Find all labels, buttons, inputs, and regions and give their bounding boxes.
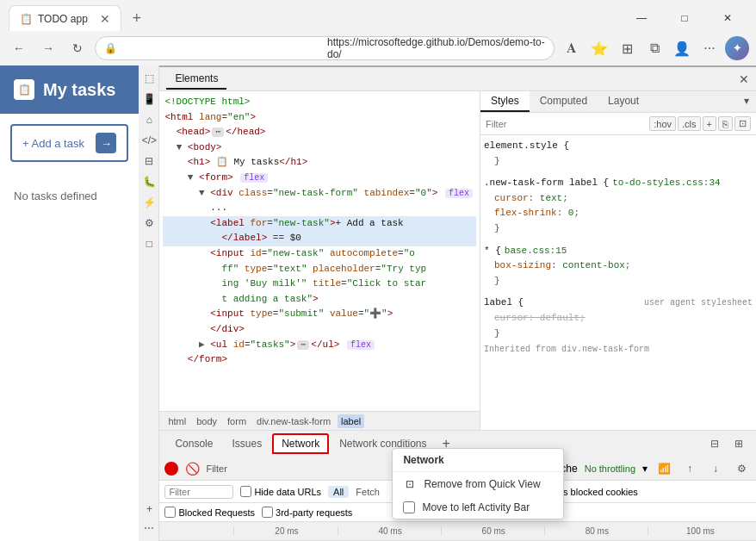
minimize-button[interactable]: —: [622, 5, 661, 31]
split-screen-button[interactable]: ⧉: [642, 36, 666, 60]
tab-computed[interactable]: Computed: [530, 91, 598, 112]
tab-dock-button[interactable]: ⊟: [704, 433, 725, 454]
css-rule-header: * { base.css:15: [484, 244, 753, 259]
app-logo: 📋: [14, 79, 34, 100]
timeline-tick-80: 80 ms: [544, 526, 648, 536]
devtools-home-icon[interactable]: ⌂: [139, 110, 158, 129]
timeline-tick-40: 40 ms: [338, 526, 441, 536]
css-source-link[interactable]: to-do-styles.css:34: [612, 176, 720, 191]
third-party-input[interactable]: [262, 507, 273, 518]
styles-content: element.style { } .new-task-form label {…: [480, 135, 756, 430]
hide-data-urls-checkbox[interactable]: Hide data URLs: [240, 486, 321, 497]
devtools-performance-icon[interactable]: ⚡: [139, 193, 158, 212]
profile-button[interactable]: 👤: [670, 36, 694, 60]
active-tab[interactable]: 📋 TODO app ✕: [9, 5, 121, 31]
clear-button[interactable]: 🚫: [185, 462, 199, 476]
styles-filter-input[interactable]: [486, 119, 646, 129]
css-rule-label: label { user agent stylesheet cursor: de…: [484, 295, 753, 358]
tab-toolbar-icons: ⊟ ⊞: [704, 433, 749, 454]
plus-filter-button[interactable]: +: [703, 116, 716, 131]
add-task-button[interactable]: + Add a task →: [10, 124, 128, 162]
move-checkbox[interactable]: [403, 501, 415, 513]
tab-title: TODO app: [38, 13, 88, 25]
collections-button[interactable]: ⊞: [615, 36, 639, 60]
devtools-square-icon[interactable]: □: [139, 234, 158, 253]
wifi-icon[interactable]: 📶: [654, 459, 673, 478]
settings-button[interactable]: ···: [697, 36, 722, 60]
breadcrumb-html[interactable]: html: [164, 414, 189, 428]
upload-icon[interactable]: ↑: [680, 459, 699, 478]
third-party-checkbox[interactable]: 3rd-party requests: [262, 507, 352, 518]
devtools-mobile-icon[interactable]: 📱: [139, 90, 158, 109]
timeline-tick-60: 60 ms: [441, 526, 544, 536]
back-button[interactable]: ←: [7, 36, 31, 60]
tree-line: <html lang="en">: [163, 110, 476, 126]
css-rule-new-task-form: .new-task-form label { to-do-styles.css:…: [484, 176, 753, 236]
breadcrumb-div[interactable]: div.new-task-form: [253, 414, 334, 428]
tab-close-button[interactable]: ✕: [100, 12, 110, 26]
tab-network[interactable]: Network: [272, 433, 329, 454]
tab-issues[interactable]: Issues: [223, 434, 270, 453]
tree-line: ▼ <div class="new-task-form" tabindex="0…: [163, 186, 476, 202]
window-controls: — □ ✕: [622, 5, 747, 31]
throttle-chevron-icon[interactable]: ▾: [642, 463, 648, 475]
nav-icons: 𝐀 ⭐ ⊞ ⧉ 👤 ··· ✦: [560, 36, 749, 60]
download-icon[interactable]: ↓: [706, 459, 725, 478]
devtools-bug-icon[interactable]: 🐛: [139, 172, 158, 191]
copy-filter-button[interactable]: ⎘: [718, 116, 733, 131]
lock-icon: 🔒: [104, 42, 322, 54]
devtools-cursor-icon[interactable]: ⬚: [139, 69, 158, 88]
styles-tab-more-button[interactable]: ▾: [737, 91, 756, 112]
inspect-filter-button[interactable]: ⊡: [734, 116, 751, 131]
breadcrumb-body[interactable]: body: [193, 414, 220, 428]
devtools-settings-icon[interactable]: ⚙: [139, 214, 158, 233]
address-bar[interactable]: 🔒 https://microsoftedge.github.io/Demos/…: [95, 36, 555, 60]
tab-favicon: 📋: [20, 13, 33, 25]
devtools-panel: Elements ✕ <!DOCTYPE html> <html lang="e…: [159, 65, 756, 541]
hov-filter-button[interactable]: :hov: [649, 116, 676, 131]
css-selector: label {: [484, 295, 524, 311]
cls-filter-button[interactable]: .cls: [678, 116, 701, 131]
tree-line: ff" type="text" placeholder="Try typ: [163, 262, 476, 277]
devtools-code-icon[interactable]: </>: [139, 131, 158, 150]
context-menu-item-remove[interactable]: ⊡ Remove from Quick View: [393, 472, 563, 496]
context-menu-item-move[interactable]: Move to left Activity Bar: [393, 496, 563, 519]
add-task-label: + Add a task: [22, 137, 84, 150]
throttle-label[interactable]: No throttling: [585, 463, 635, 474]
timeline-tick-20: 20 ms: [233, 526, 337, 536]
css-selector: .new-task-form label {: [484, 176, 609, 191]
devtools-close-button[interactable]: ✕: [739, 72, 749, 86]
filter-tab-all[interactable]: All: [328, 486, 349, 498]
edge-copilot-button[interactable]: ✦: [725, 36, 749, 60]
breadcrumb-label[interactable]: label: [338, 414, 364, 428]
network-filter-input[interactable]: [164, 485, 233, 499]
tab-console[interactable]: Console: [166, 434, 221, 453]
tab-expand-button[interactable]: ⊞: [728, 433, 749, 454]
forward-button[interactable]: →: [36, 36, 60, 60]
app-title: My tasks: [43, 80, 116, 100]
refresh-button[interactable]: ↻: [65, 36, 90, 60]
devtools-add-icon[interactable]: +: [139, 500, 158, 519]
hide-data-urls-input[interactable]: [240, 486, 251, 497]
elements-panel: <!DOCTYPE html> <html lang="en"> <head>⋯…: [159, 91, 480, 430]
close-button[interactable]: ✕: [708, 5, 747, 31]
devtools-layers-icon[interactable]: ⊟: [139, 152, 158, 171]
network-settings-icon[interactable]: ⚙: [732, 459, 751, 478]
filter-tab-fetch[interactable]: Fetch: [350, 486, 385, 498]
blocked-requests-checkbox[interactable]: Blocked Requests: [164, 507, 255, 518]
read-aloud-button[interactable]: 𝐀: [560, 36, 584, 60]
has-blocked-label: Has blocked cookies: [551, 487, 638, 497]
maximize-button[interactable]: □: [665, 5, 704, 31]
tree-line-selected[interactable]: <label for="new-task">+ Add a task: [163, 216, 476, 232]
css-source-link[interactable]: base.css:15: [505, 244, 567, 259]
new-tab-button[interactable]: +: [125, 6, 149, 30]
blocked-requests-input[interactable]: [164, 507, 176, 518]
devtools-more-icon[interactable]: ⋯: [139, 519, 158, 538]
tab-elements[interactable]: Elements: [166, 69, 226, 90]
record-button[interactable]: [164, 462, 178, 476]
tree-line: ing 'Buy milk'" title="Click to star: [163, 277, 476, 292]
tab-styles[interactable]: Styles: [480, 91, 530, 112]
favorites-button[interactable]: ⭐: [587, 36, 611, 60]
breadcrumb-form[interactable]: form: [224, 414, 250, 428]
tab-layout[interactable]: Layout: [598, 91, 649, 112]
